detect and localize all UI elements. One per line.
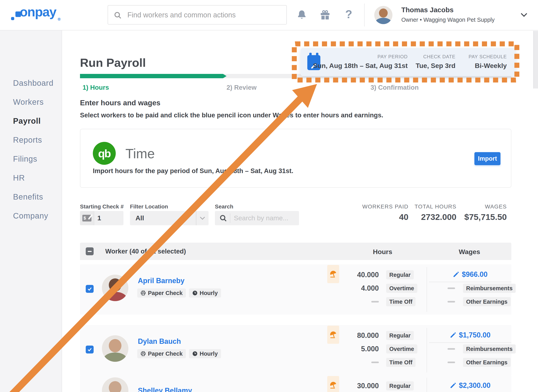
hours-number: 40.000 (357, 271, 379, 279)
worker-name-link[interactable]: Dylan Bauch (138, 337, 181, 345)
hours-number: 4.000 (361, 284, 379, 292)
global-search-input[interactable] (127, 5, 282, 24)
hours-number: 5.000 (361, 345, 379, 353)
clock-icon (192, 290, 198, 296)
empty-dash (448, 348, 455, 350)
hours-type-badge: Regular (386, 381, 414, 390)
section-subtext: Select workers to be paid and click the … (80, 112, 383, 119)
search-divider (230, 213, 230, 223)
time-off-indicator[interactable] (327, 265, 339, 283)
sidebar-item-benefits[interactable]: Benefits (13, 192, 43, 201)
notifications-bell-icon[interactable] (296, 9, 307, 21)
filter-location-value: All (135, 214, 144, 222)
sidebar-item-dashboard[interactable]: Dashboard (13, 79, 54, 88)
wage-amount: $1,750.00 (459, 331, 490, 339)
filter-location-select[interactable]: All (130, 211, 209, 225)
wage-amount-button[interactable]: $2,300.00 (429, 381, 511, 390)
import-button[interactable]: Import (474, 152, 501, 165)
wage-empty[interactable] (448, 344, 455, 354)
stat-value: $75,715.50 (424, 212, 507, 222)
pencil-icon (450, 332, 456, 338)
time-off-indicator[interactable] (327, 326, 339, 344)
pay-schedule-label: PAY SCHEDULE (469, 54, 507, 60)
sidebar-item-payroll[interactable]: Payroll (13, 117, 41, 126)
worker-badges: Paper Check Hourly (137, 349, 221, 358)
pay-period-label: PAY PERIOD (313, 54, 408, 60)
hours-value[interactable]: 80.000 (357, 331, 379, 340)
hours-number: 30.000 (357, 382, 379, 390)
worker-search-field (215, 211, 299, 225)
time-import-card: qb Time Import hours for the pay period … (80, 129, 511, 188)
pay-period-column: PAY PERIOD Sun, Aug 18th – Sat, Aug 31st (313, 54, 408, 70)
hours-value[interactable]: 30.000 (357, 381, 379, 390)
empty-dash (448, 362, 455, 363)
sidebar-item-hr[interactable]: HR (13, 173, 25, 182)
pencil-icon (450, 382, 456, 389)
row-checkbox[interactable] (86, 285, 94, 293)
wage-amount-button[interactable]: $966.00 (429, 270, 511, 279)
chevron-down-icon[interactable] (520, 12, 528, 17)
beach-umbrella-icon (329, 270, 338, 278)
pencil-icon (453, 271, 459, 278)
hours-empty[interactable] (371, 297, 379, 306)
worker-name-link[interactable]: April Barneby (138, 277, 185, 285)
wage-empty[interactable] (448, 284, 455, 293)
search-icon (114, 11, 122, 19)
column-divider (427, 267, 427, 312)
select-chevron (196, 211, 209, 225)
pay-schedule-value: Bi-Weekly (469, 62, 507, 70)
hours-value[interactable]: 4.000 (361, 284, 379, 293)
check-icon (87, 286, 92, 291)
badge-label: Paper Check (148, 350, 183, 357)
hours-value[interactable]: 40.000 (357, 270, 379, 279)
hours-type-badge: Overtime (386, 284, 417, 293)
wages-column-header: Wages (459, 248, 480, 256)
select-all-checkbox[interactable] (86, 247, 94, 255)
worker-column-header: Worker (40 of 41 selected) (105, 243, 186, 260)
top-header: onpay ® ? Thomas Jacobs Owner • Wagging … (0, 0, 538, 30)
check-pencil-icon: $ (82, 215, 91, 221)
user-name: Thomas Jacobs (401, 6, 454, 14)
pay-type-badge: Hourly (189, 349, 221, 358)
worker-avatar (102, 275, 128, 301)
sidebar-item-workers[interactable]: Workers (13, 98, 44, 107)
wage-empty[interactable] (448, 358, 455, 367)
annotation-arrow-head (292, 84, 317, 108)
wage-amount-button[interactable]: $1,750.00 (429, 331, 511, 340)
hours-value[interactable]: 5.000 (361, 344, 379, 354)
indeterminate-mark (88, 251, 92, 252)
logo-mark-small (11, 17, 14, 20)
pay-schedule-column: PAY SCHEDULE Bi-Weekly (469, 54, 507, 70)
payment-method-badge: Paper Check (137, 349, 186, 358)
global-search (108, 5, 287, 24)
wage-divider (429, 282, 511, 282)
empty-dash (371, 301, 379, 303)
search-label: Search (215, 204, 233, 210)
starting-check-input[interactable] (97, 211, 121, 225)
hours-type-badge: Regular (386, 270, 414, 279)
column-divider (427, 378, 427, 392)
time-import-description: Import hours for the pay period of Sun, … (93, 167, 293, 175)
sidebar-item-company[interactable]: Company (13, 211, 48, 220)
run-payroll-page: onpay ® ? Thomas Jacobs Owner • Wagging … (0, 0, 538, 392)
time-off-indicator[interactable] (327, 376, 339, 392)
vertical-scrollbar[interactable] (533, 31, 538, 89)
wage-empty[interactable] (448, 297, 455, 306)
worker-name-link[interactable]: Shelley Bellamy (138, 387, 192, 392)
hours-column-header: Hours (373, 248, 392, 256)
help-icon[interactable]: ? (345, 8, 352, 21)
row-checkbox[interactable] (86, 345, 94, 354)
worker-search-input[interactable] (233, 211, 296, 225)
wage-divider (429, 342, 511, 343)
pay-period-value: Sun, Aug 18th – Sat, Aug 31st (313, 62, 408, 70)
beach-umbrella-icon (329, 381, 338, 389)
user-avatar[interactable] (374, 6, 392, 24)
clock-icon (192, 351, 198, 356)
step-review: 2) Review (227, 84, 257, 91)
hours-empty[interactable] (371, 358, 379, 367)
gift-icon[interactable] (320, 9, 331, 21)
sidebar-item-filings[interactable]: Filings (13, 154, 37, 163)
step-confirmation: 3) Confirmation (371, 84, 419, 91)
pay-period-summary[interactable]: PAY PERIOD Sun, Aug 18th – Sat, Aug 31st… (301, 48, 516, 76)
sidebar-item-reports[interactable]: Reports (13, 135, 42, 145)
